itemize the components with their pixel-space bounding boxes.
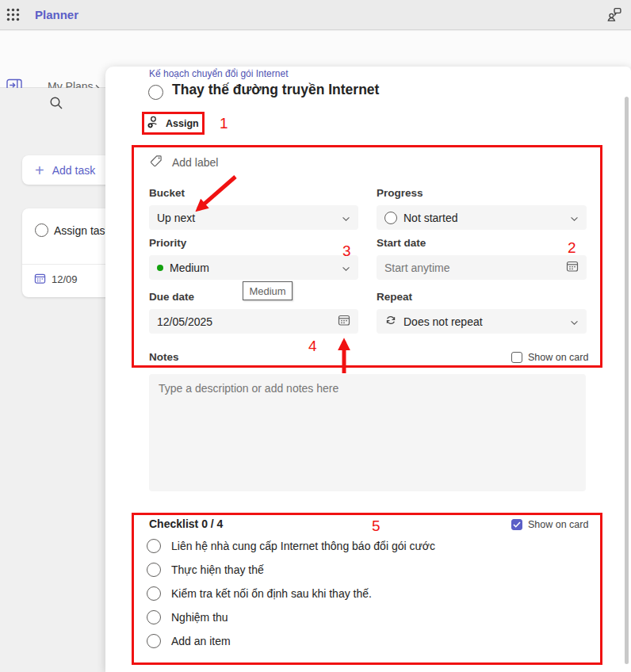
chevron-down-icon [570,212,579,224]
checklist-show-on-card-checkbox[interactable] [511,519,522,530]
progress-value: Not started [403,212,564,224]
task-card-due-date: 12/09 [52,273,78,285]
notes-textarea[interactable] [149,374,586,491]
progress-label: Progress [377,187,423,199]
panel-scrollbar[interactable] [625,97,629,664]
checklist-item-text[interactable]: Thực hiện thay thế [171,563,264,576]
task-card-title: Assign task [54,224,111,237]
add-label-button[interactable]: Add label [149,154,218,170]
add-task-label: Add task [52,164,95,177]
add-label-text: Add label [172,156,218,169]
chevron-down-icon [570,315,579,328]
repeat-dropdown[interactable]: Does not repeat [377,309,587,334]
calendar-icon[interactable] [566,260,579,275]
add-item-checkbox [147,634,161,648]
person-add-icon [146,115,160,132]
priority-value: Medium [170,262,335,274]
checklist-item-checkbox[interactable] [147,610,161,624]
assign-button-label: Assign [166,118,199,129]
task-title-radio[interactable] [148,85,163,100]
calendar-icon[interactable] [338,314,350,329]
checklist-show-on-card-label: Show on card [528,519,588,530]
notes-label: Notes [149,351,179,363]
repeat-value: Does not repeat [403,315,564,328]
progress-dropdown[interactable]: Not started [377,205,587,230]
add-item-placeholder[interactable]: Add an item [171,635,231,647]
checklist-item-checkbox[interactable] [147,563,161,577]
checklist-item-text[interactable]: Nghiệm thu [171,611,228,624]
task-title[interactable]: Thay thế đường truyền Internet [172,82,379,98]
bucket-label: Bucket [149,187,185,199]
tag-icon [149,154,163,170]
priority-medium-icon [157,265,163,271]
panel-plan-link[interactable]: Kế hoạch chuyển đổi gói Internet [149,68,288,79]
notes-show-on-card-checkbox[interactable] [511,352,522,363]
bucket-dropdown[interactable]: Up next [149,205,358,230]
start-date-placeholder: Start anytime [384,262,560,274]
app-title: Planner [35,8,78,21]
feedback-icon[interactable] [606,6,622,26]
assign-button[interactable]: Assign [146,115,199,132]
notes-show-on-card-label: Show on card [528,352,588,363]
task-complete-radio[interactable] [35,223,48,237]
calendar-icon [34,273,46,288]
chevron-down-icon [342,212,350,224]
checklist-item-text[interactable]: Liên hệ nhà cung cấp Internet thông báo … [171,540,435,552]
plus-icon: + [35,162,44,178]
top-bar: Planner [0,0,631,30]
start-date-field[interactable]: Start anytime [377,255,587,280]
priority-dropdown[interactable]: Medium [149,255,358,280]
repeat-icon [384,314,397,329]
start-date-label: Start date [377,237,426,249]
not-started-icon [384,212,397,224]
repeat-label: Repeat [377,291,412,303]
checklist-item-checkbox[interactable] [147,539,161,553]
checklist-header: Checklist 0 / 4 [149,517,223,530]
priority-label: Priority [149,237,186,249]
bucket-value: Up next [157,212,335,224]
chevron-down-icon [342,262,350,274]
due-date-field[interactable]: 12/05/2025 [149,309,358,334]
checklist-item-checkbox[interactable] [147,586,161,601]
due-date-value: 12/05/2025 [157,315,331,328]
waffle-icon[interactable] [6,8,20,25]
checklist-item-text[interactable]: Kiểm tra kết nối ổn định sau khi thay th… [171,587,372,600]
priority-tooltip: Medium [243,281,293,300]
search-icon[interactable] [49,96,63,113]
due-date-label: Due date [149,291,194,303]
